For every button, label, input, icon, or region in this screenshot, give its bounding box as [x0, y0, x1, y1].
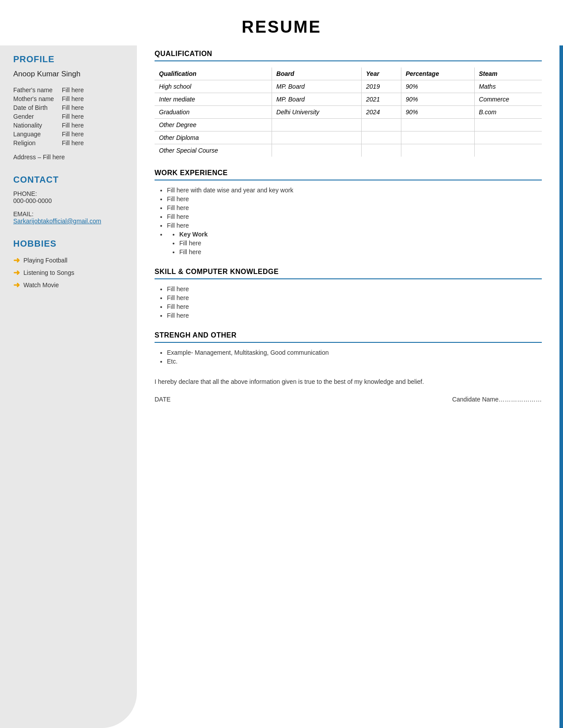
work-list: Fill here with date wise and year and ke… — [155, 187, 542, 255]
work-item: Fill here — [167, 204, 542, 211]
hobby-icon: ➜ — [13, 255, 20, 265]
skill-list: Fill hereFill hereFill hereFill here — [155, 285, 542, 319]
strength-item: Example- Management, Multitasking, Good … — [167, 349, 542, 356]
profile-section: PROFILE Anoop Kumar Singh Father's nameF… — [13, 54, 124, 161]
work-item: Fill here — [167, 213, 542, 220]
hobby-item: ➜Listening to Songs — [13, 266, 124, 279]
skill-item: Fill here — [167, 312, 542, 319]
hobby-text: Watch Movie — [23, 281, 59, 289]
qual-cell — [272, 119, 361, 131]
qual-cell: High school — [155, 80, 272, 93]
qual-cell: 90% — [401, 106, 474, 119]
resume-title: RESUME — [0, 0, 563, 45]
qual-cell: MP. Board — [272, 80, 361, 93]
field-label: Nationality — [13, 121, 62, 130]
field-label: Religion — [13, 139, 62, 147]
field-value: Fill here — [62, 121, 124, 130]
qual-row: GraduationDelhi University202490%B.com — [155, 106, 542, 119]
qual-cell: Other Diploma — [155, 131, 272, 144]
key-work-sub-item: Fill here — [179, 248, 542, 255]
qual-cell — [401, 131, 474, 144]
qual-cell: Maths — [474, 80, 542, 93]
field-value: Fill here — [62, 94, 124, 103]
key-work-list: Key WorkFill hereFill here — [167, 231, 542, 255]
email-link[interactable]: Sarkarijobtakofficial@gmail.com — [13, 218, 124, 225]
date-label: DATE — [155, 396, 170, 403]
key-work-sub-item: Fill here — [179, 240, 542, 247]
strength-section: STRENGH AND OTHER Example- Management, M… — [155, 331, 542, 365]
qual-row: Other Degree — [155, 119, 542, 131]
skill-item: Fill here — [167, 303, 542, 310]
qual-cell — [272, 144, 361, 157]
candidate-label: Candidate Name………………… — [452, 396, 542, 403]
field-label: Gender — [13, 112, 62, 121]
qual-cell — [474, 144, 542, 157]
profile-field-row: ReligionFill here — [13, 139, 124, 147]
qual-cell: Inter mediate — [155, 93, 272, 106]
qual-cell — [362, 119, 401, 131]
work-experience-section: WORK EXPERIENCE Fill here with date wise… — [155, 169, 542, 255]
qual-col-header: Board — [272, 68, 361, 80]
skill-item: Fill here — [167, 285, 542, 293]
profile-name: Anoop Kumar Singh — [13, 70, 124, 79]
hobby-text: Playing Football — [23, 257, 68, 264]
hobby-item: ➜Playing Football — [13, 254, 124, 266]
qualification-title: QUALIFICATION — [155, 50, 542, 61]
qualification-table: QualificationBoardYearPercentageSteam Hi… — [155, 68, 542, 157]
key-work-item: Key WorkFill hereFill here — [167, 231, 542, 255]
qual-row: Other Special Course — [155, 144, 542, 157]
qual-cell: Other Special Course — [155, 144, 272, 157]
sign-row: DATE Candidate Name………………… — [155, 396, 542, 403]
hobby-item: ➜Watch Movie — [13, 279, 124, 291]
qual-row: High schoolMP. Board201990%Maths — [155, 80, 542, 93]
hobbies-section: HOBBIES ➜Playing Football➜Listening to S… — [13, 239, 124, 291]
field-value: Fill here — [62, 86, 124, 94]
profile-field-row: Father's nameFill here — [13, 86, 124, 94]
main-content: QUALIFICATION QualificationBoardYearPerc… — [137, 45, 559, 728]
hobbies-list: ➜Playing Football➜Listening to Songs➜Wat… — [13, 254, 124, 291]
qual-cell: 2019 — [362, 80, 401, 93]
field-label: Language — [13, 130, 62, 139]
qual-cell: 90% — [401, 80, 474, 93]
profile-field-row: GenderFill here — [13, 112, 124, 121]
phone-number: 000-000-0000 — [13, 197, 124, 204]
qual-cell — [362, 144, 401, 157]
field-value: Fill here — [62, 130, 124, 139]
qual-cell — [474, 119, 542, 131]
key-work-label: Key Work — [179, 231, 542, 238]
strength-list: Example- Management, Multitasking, Good … — [155, 349, 542, 365]
hobby-icon: ➜ — [13, 268, 20, 278]
qual-row: Inter mediateMP. Board202190%Commerce — [155, 93, 542, 106]
address-text: Address – Fill here — [13, 154, 124, 161]
qual-cell: Graduation — [155, 106, 272, 119]
qual-cell — [474, 131, 542, 144]
skill-title: SKILL & COMPUTER KNOWLEDGE — [155, 268, 542, 279]
qual-cell: 90% — [401, 93, 474, 106]
contact-section: CONTACT PHONE: 000-000-0000 EMAIL: Sarka… — [13, 175, 124, 225]
hobbies-title: HOBBIES — [13, 239, 124, 249]
qual-row: Other Diploma — [155, 131, 542, 144]
work-item: Fill here — [167, 222, 542, 229]
right-accent-bar — [559, 45, 563, 728]
qual-cell: Other Degree — [155, 119, 272, 131]
qualification-section: QUALIFICATION QualificationBoardYearPerc… — [155, 50, 542, 157]
email-label: EMAIL: — [13, 210, 124, 218]
work-experience-title: WORK EXPERIENCE — [155, 169, 542, 180]
profile-field-row: Date of BirthFill here — [13, 103, 124, 112]
qual-cell — [401, 119, 474, 131]
profile-title: PROFILE — [13, 54, 124, 64]
profile-field-row: LanguageFill here — [13, 130, 124, 139]
work-item: Fill here — [167, 195, 542, 203]
field-label: Father's name — [13, 86, 62, 94]
qual-cell: B.com — [474, 106, 542, 119]
strength-title: STRENGH AND OTHER — [155, 331, 542, 343]
phone-label: PHONE: — [13, 190, 124, 197]
contact-title: CONTACT — [13, 175, 124, 185]
qual-cell: Commerce — [474, 93, 542, 106]
declaration-text: I hereby declare that all the above info… — [155, 378, 542, 385]
qual-cell — [362, 131, 401, 144]
hobby-icon: ➜ — [13, 280, 20, 290]
field-value: Fill here — [62, 112, 124, 121]
field-label: Mother's name — [13, 94, 62, 103]
qual-col-header: Steam — [474, 68, 542, 80]
